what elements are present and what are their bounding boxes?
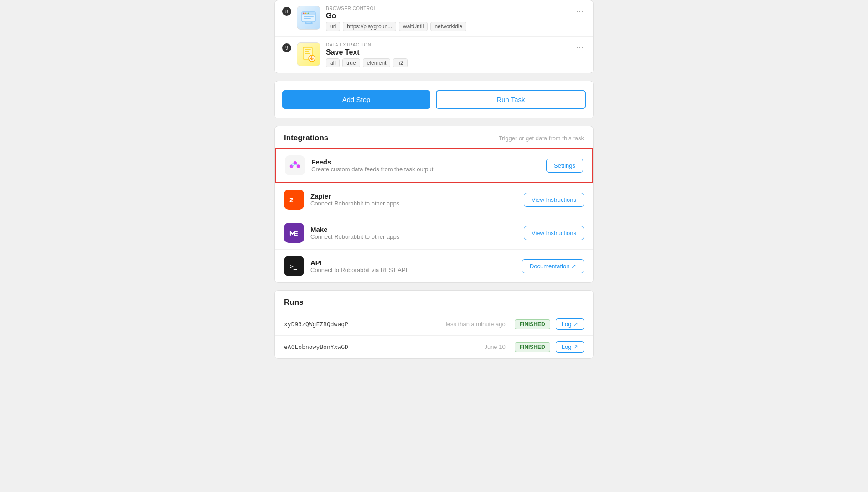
step-icon-browser <box>297 6 320 30</box>
integration-row-feeds: Feeds Create custom data feeds from the … <box>275 148 593 183</box>
integrations-title: Integrations <box>284 133 328 143</box>
step-menu-go[interactable]: ⋯ <box>574 6 586 16</box>
tag-element: element <box>363 58 391 67</box>
integration-name-api: API <box>310 259 516 266</box>
svg-rect-7 <box>304 20 308 20</box>
svg-text:>_: >_ <box>290 263 297 270</box>
step-content-go: BROWSER CONTROL Go url https://playgroun… <box>326 6 568 31</box>
step-number-9: 9 <box>282 43 291 52</box>
integration-row-make: Make Connect Roborabbit to other apps Vi… <box>275 216 593 249</box>
svg-rect-12 <box>305 51 309 52</box>
svg-rect-5 <box>304 16 314 17</box>
runs-header: Runs <box>275 291 593 313</box>
step-item-save-text: 9 DATA EXTRACTION Save Text <box>275 37 593 73</box>
tag-wait-until: waitUntil <box>399 22 428 31</box>
zapier-view-instructions-button[interactable]: View Instructions <box>524 193 584 207</box>
run-status-2: FINISHED <box>515 342 550 352</box>
run-status-1: FINISHED <box>515 319 550 329</box>
tag-all: all <box>326 58 340 67</box>
tag-h2: h2 <box>393 58 407 67</box>
run-row-1: xyD93zQWgEZBQdwaqP less than a minute ag… <box>275 313 593 335</box>
step-tags-go: url https://playgroun... waitUntil netwo… <box>326 22 568 31</box>
runs-title: Runs <box>284 298 304 307</box>
runs-card: Runs xyD93zQWgEZBQdwaqP less than a minu… <box>274 290 594 359</box>
svg-point-4 <box>308 13 309 14</box>
api-documentation-button[interactable]: Documentation ↗ <box>522 259 584 273</box>
integration-name-zapier: Zapier <box>310 192 517 200</box>
run-task-button[interactable]: Run Task <box>436 90 586 109</box>
run-time-1: less than a minute ago <box>446 321 506 328</box>
integration-desc-api: Connect to Roborabbit via REST API <box>310 266 516 273</box>
step-icon-data <box>297 42 320 66</box>
svg-point-3 <box>305 13 307 14</box>
tag-url-value: https://playgroun... <box>343 22 396 31</box>
integration-desc-zapier: Connect Roborabbit to other apps <box>310 200 517 207</box>
integrations-subtitle: Trigger or get data from this task <box>499 135 584 142</box>
svg-rect-9 <box>306 22 311 23</box>
svg-rect-13 <box>305 53 310 54</box>
integration-name-feeds: Feeds <box>311 158 540 166</box>
actions-row: Add Step Run Task <box>274 81 594 118</box>
api-icon: >_ <box>284 256 304 276</box>
integration-row-api: >_ API Connect to Roborabbit via REST AP… <box>275 249 593 282</box>
step-tags-save-text: all true element h2 <box>326 58 568 67</box>
tag-true: true <box>342 58 360 67</box>
run-id-1: xyD93zQWgEZBQdwaqP <box>284 321 440 328</box>
step-number-8: 8 <box>282 7 291 16</box>
svg-point-2 <box>303 13 305 14</box>
step-content-save-text: DATA EXTRACTION Save Text all true eleme… <box>326 42 568 67</box>
zapier-icon: z <box>284 190 304 210</box>
svg-rect-11 <box>305 49 311 50</box>
step-item-go: 8 <box>275 0 593 37</box>
add-step-button[interactable]: Add Step <box>282 90 430 109</box>
svg-text:z: z <box>289 195 294 204</box>
integrations-header: Integrations Trigger or get data from th… <box>275 126 593 148</box>
run-time-2: June 10 <box>484 343 505 350</box>
step-category-save-text: DATA EXTRACTION <box>326 42 568 47</box>
step-title-go: Go <box>326 12 568 20</box>
run-log-button-2[interactable]: Log ↗ <box>556 341 584 353</box>
integration-info-zapier: Zapier Connect Roborabbit to other apps <box>310 192 517 207</box>
integration-row-zapier: z Zapier Connect Roborabbit to other app… <box>275 183 593 216</box>
make-view-instructions-button[interactable]: View Instructions <box>524 226 584 240</box>
tag-networkidle: networkidle <box>430 22 466 31</box>
make-icon <box>284 223 304 243</box>
step-menu-save-text[interactable]: ⋯ <box>574 42 586 52</box>
run-id-2: eA0LobnowyBonYxwGD <box>284 343 479 350</box>
integration-info-make: Make Connect Roborabbit to other apps <box>310 226 517 240</box>
step-title-save-text: Save Text <box>326 48 568 56</box>
integration-desc-feeds: Create custom data feeds from the task o… <box>311 166 540 173</box>
feeds-settings-button[interactable]: Settings <box>546 159 583 173</box>
tag-url: url <box>326 22 340 31</box>
step-category-go: BROWSER CONTROL <box>326 6 568 11</box>
integrations-card: Integrations Trigger or get data from th… <box>274 126 594 283</box>
integration-info-feeds: Feeds Create custom data feeds from the … <box>311 158 540 173</box>
integration-name-make: Make <box>310 226 517 233</box>
run-log-button-1[interactable]: Log ↗ <box>556 318 584 330</box>
svg-rect-6 <box>304 18 311 19</box>
integration-info-api: API Connect to Roborabbit via REST API <box>310 259 516 273</box>
run-row-2: eA0LobnowyBonYxwGD June 10 FINISHED Log … <box>275 335 593 358</box>
integration-desc-make: Connect Roborabbit to other apps <box>310 233 517 240</box>
feeds-icon <box>285 155 305 175</box>
